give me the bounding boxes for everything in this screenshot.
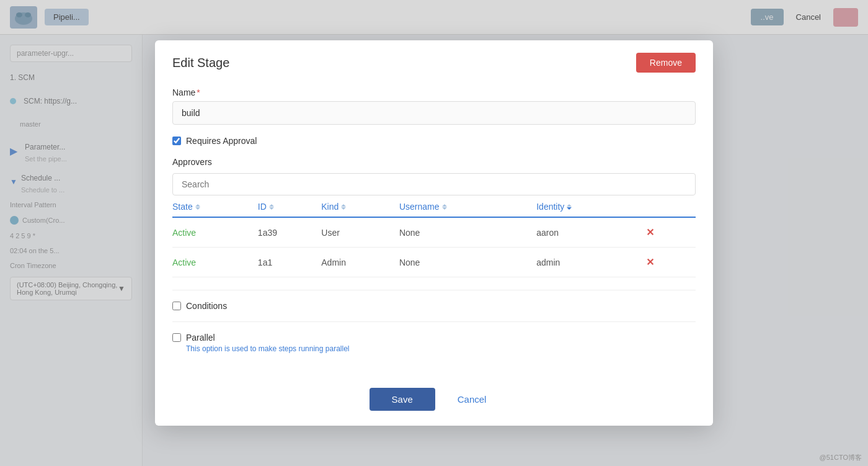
col-actions [642, 195, 696, 217]
state-sort-icon[interactable] [195, 204, 200, 210]
row2-id: 1a1 [258, 248, 321, 277]
row1-kind: User [321, 217, 399, 248]
cancel-button[interactable]: Cancel [445, 388, 499, 411]
modal-overlay: Edit Stage Remove Name* Requires Approva… [0, 0, 868, 466]
row2-username: None [399, 248, 536, 277]
row1-id: 1a39 [258, 217, 321, 248]
delete-row1-button[interactable]: ✕ [642, 225, 658, 240]
col-id: ID [258, 195, 321, 217]
kind-sort-icon[interactable] [341, 204, 346, 210]
name-field-group: Name* [172, 87, 696, 125]
conditions-label: Conditions [186, 301, 227, 311]
approvers-search-input[interactable] [172, 173, 696, 195]
parallel-row: Parallel This option is used to make ste… [172, 332, 696, 353]
col-username: Username [399, 195, 536, 217]
conditions-row: Conditions [172, 300, 696, 311]
col-state: State [172, 195, 258, 217]
table-header: State ID [172, 195, 696, 217]
requires-approval-label: Requires Approval [186, 136, 257, 146]
remove-button[interactable]: Remove [636, 53, 696, 73]
requires-approval-checkbox[interactable] [172, 137, 181, 145]
col-kind: Kind [321, 195, 399, 217]
approvers-table: State ID [172, 195, 696, 277]
row2-kind: Admin [321, 248, 399, 277]
modal-footer: Save Cancel [155, 378, 713, 426]
parallel-checkbox[interactable] [172, 333, 181, 342]
row1-delete: ✕ [642, 217, 696, 248]
modal-body: Name* Requires Approval Approvers [155, 83, 713, 378]
row2-state: Active [172, 248, 258, 277]
row2-delete: ✕ [642, 248, 696, 277]
name-label: Name* [172, 87, 696, 97]
divider-1 [172, 290, 696, 290]
name-input[interactable] [172, 101, 696, 125]
edit-stage-modal: Edit Stage Remove Name* Requires Approva… [155, 40, 713, 426]
table-body: Active 1a39 User None aaron ✕ Active 1a1 [172, 217, 696, 277]
delete-row2-button[interactable]: ✕ [642, 255, 658, 269]
save-button[interactable]: Save [370, 388, 435, 411]
row1-identity: aaron [536, 217, 642, 248]
table-header-row: State ID [172, 195, 696, 217]
row1-state: Active [172, 217, 258, 248]
id-sort-icon[interactable] [269, 204, 274, 210]
table-row: Active 1a39 User None aaron ✕ [172, 217, 696, 248]
approvers-label: Approvers [172, 157, 696, 167]
row2-identity: admin [536, 248, 642, 277]
divider-2 [172, 321, 696, 322]
conditions-checkbox[interactable] [172, 302, 181, 310]
approvers-group: Approvers State [172, 157, 696, 277]
requires-approval-row: Requires Approval [172, 136, 696, 146]
col-identity: Identity [536, 195, 642, 217]
parallel-label: Parallel [186, 333, 215, 343]
identity-sort-icon[interactable] [567, 204, 572, 210]
required-indicator: * [197, 87, 200, 97]
modal-header: Edit Stage Remove [155, 40, 713, 83]
parallel-hint: This option is used to make steps runnin… [186, 344, 349, 353]
table-row: Active 1a1 Admin None admin ✕ [172, 248, 696, 277]
parallel-label-wrap: Parallel This option is used to make ste… [186, 332, 349, 353]
modal-title: Edit Stage [172, 56, 229, 70]
conditions-label-wrap: Conditions [186, 300, 227, 311]
row1-username: None [399, 217, 536, 248]
username-sort-icon[interactable] [442, 204, 447, 210]
